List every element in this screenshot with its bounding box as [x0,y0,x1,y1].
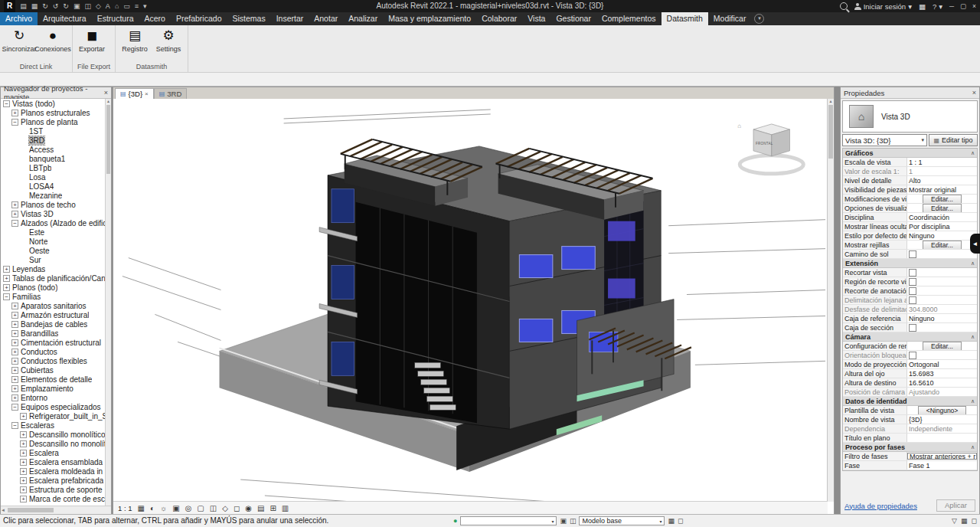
tree-item-marca-de-corte-de-escaler[interactable]: +Marca de corte de escaler... [1,494,105,503]
tree-item-losa[interactable]: Losa [1,172,105,182]
view-tab-3rd[interactable]: ▤3RD [154,88,188,99]
expand-icon[interactable]: + [3,284,10,291]
ribbon-tab-estructura[interactable]: Estructura [92,12,139,25]
scroll-thumb[interactable] [828,105,833,159]
property-edit-button[interactable]: <Ninguno> [918,406,967,414]
ribbon-button-sincronizar[interactable]: ↻Sincronizar [3,27,35,53]
tree-item-bandejas-de-cables[interactable]: +Bandejas de cables [1,319,105,329]
tree-item-descansillo-no-monol-tic[interactable]: +Descansillo no monolític... [1,439,105,448]
tree-item-vistas-3d[interactable]: +Vistas 3D [1,209,105,218]
tree-item-estructura-de-soporte[interactable]: +Estructura de soporte [1,485,105,494]
tree-item-refrigerator-built-in-side[interactable]: +Refrigerator_built_in_Side [1,411,105,421]
tree-item-armaz-n-estructural[interactable]: +Armazón estructural [1,310,105,319]
property-value[interactable]: <Ninguno> [907,406,977,414]
ribbon-button-conexiones[interactable]: ●Conexiones [37,27,69,53]
restore-icon[interactable]: ▢ [960,2,966,10]
filter-icon[interactable]: ▽ [952,517,957,525]
thin-lines-icon[interactable]: ≡ [135,0,139,12]
lock-3d-view-icon[interactable]: ◇ [222,504,228,512]
tree-item-leyendas[interactable]: +Leyendas [1,264,105,273]
scroll-thumb[interactable] [8,508,54,512]
expand-icon[interactable]: + [20,496,27,502]
temporary-view-properties-icon[interactable]: ▤ [257,504,264,512]
shadows-icon[interactable]: ▣ [172,504,179,512]
aligned-dimension-icon[interactable]: ◇ [96,0,101,12]
tree-item-banqueta1[interactable]: banqueta1 [1,154,105,163]
tree-item-equipos-especializados[interactable]: −Equipos especializados [1,402,105,411]
panel-collapse-arrow[interactable]: ◄ [970,234,980,254]
ribbon-tab-gestionar[interactable]: Gestionar [550,12,596,25]
ribbon-button-registro[interactable]: ▤Registro [119,27,151,53]
property-value[interactable]: Ninguno [907,314,977,322]
expand-icon[interactable]: + [11,358,18,365]
tree-item-3rd[interactable]: 3RD [1,136,105,145]
ribbon-tab-arquitectura[interactable]: Arquitectura [38,12,92,25]
measure-icon[interactable]: ◫ [84,0,91,12]
design-options-icon[interactable]: ▦ [668,517,675,525]
property-value[interactable]: Ninguno [907,231,977,240]
tree-item-descansillo-monol-tico[interactable]: +Descansillo monolítico [1,430,105,439]
select-toggle-icon[interactable]: ▦ [961,517,968,525]
crop-view-icon[interactable]: ▢ [197,504,204,512]
expand-icon[interactable]: + [20,440,27,447]
workset-combo[interactable]: ▾ [460,516,557,525]
tree-item-conductos[interactable]: +Conductos [1,347,105,356]
ribbon-tab-archivo[interactable]: Archivo [0,12,38,25]
expand-icon[interactable]: + [11,339,18,346]
tree-item-losa4[interactable]: LOSA4 [1,182,105,191]
close-icon[interactable]: × [972,2,976,10]
expand-icon[interactable]: + [20,477,27,484]
tree-item-access[interactable]: Access [1,145,105,154]
collapse-icon[interactable]: − [11,119,18,126]
ribbon-tab-prefabricado[interactable]: Prefabricado [171,12,227,25]
property-value[interactable]: Mostrar anteriores + r [907,453,977,460]
property-section-proceso-por-fases[interactable]: Proceso por fases∧ [843,443,977,452]
open-icon[interactable]: ▤ [20,0,27,12]
undo-icon[interactable]: ↺ [53,0,59,12]
property-edit-button[interactable]: Editar... [923,204,962,212]
close-view-icon[interactable]: × [145,90,149,97]
tree-item-aparatos-sanitarios[interactable]: +Aparatos sanitarios [1,301,105,310]
tree-item-emplazamiento[interactable]: +Emplazamiento [1,384,105,393]
property-value[interactable]: 1 : 1 [907,158,977,166]
show-analytical-model-icon[interactable]: ⊞ [270,504,276,512]
viewcube[interactable]: FRONTAL ⌂ [737,123,803,174]
expand-icon[interactable]: + [20,431,27,438]
property-checkbox[interactable] [909,324,916,332]
property-edit-button[interactable]: Editar... [923,241,962,249]
expand-icon[interactable]: + [3,266,10,273]
property-value[interactable]: Editar... [907,195,977,203]
tree-item-entorno[interactable]: +Entorno [1,393,105,402]
view-tab-3d[interactable]: ▤{3D}× [115,88,154,99]
tree-item-planos-de-planta[interactable]: −Planos de planta [1,117,105,126]
tree-item-planos-todo[interactable]: +Planos (todo) [1,283,105,292]
search-icon[interactable] [840,2,848,10]
property-value[interactable]: 304.8000 [907,305,977,313]
property-value[interactable]: Editar... [907,241,977,249]
expand-icon[interactable]: + [11,312,18,319]
expand-icon[interactable]: + [11,321,18,328]
property-value[interactable] [907,250,977,258]
tree-item-escaleras[interactable]: −Escaleras [1,421,105,430]
zoom-icon[interactable]: ▦ [138,504,145,512]
tree-item-elementos-de-detalle[interactable]: +Elementos de detalle [1,375,105,384]
edit-type-button[interactable]: ▦ Editar tipo [929,134,978,146]
tree-item-planos-estructurales[interactable]: +Planos estructurales [1,108,105,117]
tree-item-vistas-todo[interactable]: −Vistas (todo) [1,99,105,108]
expand-icon[interactable]: + [11,110,18,116]
property-checkbox[interactable] [909,352,916,359]
collapse-icon[interactable]: − [11,404,18,411]
property-value[interactable]: Mostrar original [907,185,977,194]
property-section-datos-de-identidad[interactable]: Datos de identidad∧ [843,397,977,406]
property-checkbox[interactable] [909,269,916,277]
collapse-icon[interactable]: − [11,422,18,429]
app-store-icon[interactable]: ▦ [919,2,926,11]
viewport-vscrollbar[interactable]: ▲ [827,99,834,502]
expand-icon[interactable]: + [20,486,27,493]
expand-icon[interactable]: + [11,330,18,337]
expand-icon[interactable]: + [20,450,27,457]
property-checkbox[interactable] [909,287,916,295]
reveal-hidden-elements-icon[interactable]: ◉ [245,504,252,512]
ribbon-tab-anotar[interactable]: Anotar [309,12,343,25]
close-icon[interactable]: × [104,89,108,97]
